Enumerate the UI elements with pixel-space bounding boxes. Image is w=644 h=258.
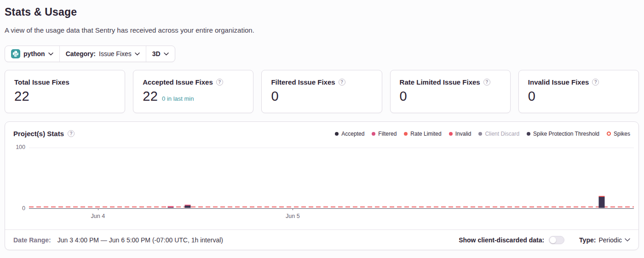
- stat-card-title: Rate Limited Issue Fixes: [400, 78, 480, 86]
- spike-protection-threshold-line: [29, 206, 634, 207]
- legend-item-spikes[interactable]: Spikes: [607, 131, 630, 137]
- python-logo-icon: [11, 49, 20, 58]
- legend-label: Invalid: [455, 131, 472, 137]
- legend-label: Accepted: [341, 131, 364, 137]
- chart-bar[interactable]: [167, 206, 173, 208]
- y-axis-tick-100: 100: [7, 144, 25, 150]
- stat-card-title: Total Issue Fixes: [14, 78, 69, 86]
- stat-card-value: 0: [528, 89, 535, 104]
- page-title: Stats & Usage: [5, 6, 639, 18]
- x-axis-label: Jun 4: [91, 213, 105, 219]
- legend-label: Rate Limited: [410, 131, 441, 137]
- legend-label: Client Discard: [485, 131, 519, 137]
- chart-bar[interactable]: [184, 205, 190, 208]
- category-filter-value: Issue Fixes: [99, 50, 132, 57]
- accepted-dot-icon: [335, 132, 339, 136]
- stat-card-total: Total Issue Fixes 22: [5, 70, 125, 113]
- stat-card-trend: 0 in last min: [162, 95, 194, 102]
- range-filter-value: 3D: [152, 50, 161, 57]
- legend-item-client-discard[interactable]: Client Discard: [478, 131, 519, 137]
- bar-segment-accepted: [167, 207, 173, 208]
- stat-card-invalid: Invalid Issue Fixes ? 0: [518, 70, 639, 113]
- stat-card-title: Accepted Issue Fixes: [143, 78, 213, 86]
- filter-bar: python Category: Issue Fixes 3D: [5, 46, 175, 62]
- client-discard-toggle-label: Show client-discarded data:: [459, 236, 544, 244]
- legend-label: Filtered: [378, 131, 397, 137]
- help-icon[interactable]: ?: [68, 130, 75, 137]
- help-icon[interactable]: ?: [483, 79, 490, 86]
- legend-item-rate-limited[interactable]: Rate Limited: [404, 131, 441, 137]
- chevron-down-icon: [164, 52, 169, 56]
- chevron-down-icon: [135, 52, 140, 56]
- category-filter-dropdown[interactable]: Category: Issue Fixes: [59, 46, 146, 62]
- stat-card-value: 22: [14, 89, 29, 104]
- chart-legend: Accepted Filtered Rate Limited Invalid C…: [335, 131, 630, 137]
- spike-threshold-dot-icon: [527, 132, 530, 136]
- stat-card-rate-limited: Rate Limited Issue Fixes ? 0: [390, 70, 511, 113]
- date-range-filter-dropdown[interactable]: 3D: [146, 46, 175, 62]
- stat-card-filtered: Filtered Issue Fixes ? 0: [261, 70, 382, 113]
- stat-card-title: Filtered Issue Fixes: [271, 78, 335, 86]
- invalid-dot-icon: [449, 132, 453, 136]
- stats-usage-page: Stats & Usage A view of the usage data t…: [0, 6, 644, 250]
- client-discard-dot-icon: [478, 132, 482, 136]
- gridline-100: [29, 148, 634, 148]
- legend-label: Spike Protection Threshold: [533, 131, 599, 137]
- filtered-dot-icon: [372, 132, 375, 136]
- spikes-ring-icon: [607, 132, 611, 136]
- legend-item-filtered[interactable]: Filtered: [372, 131, 397, 137]
- stat-card-accepted: Accepted Issue Fixes ? 22 0 in last min: [133, 70, 253, 113]
- legend-item-spike-protection-threshold[interactable]: Spike Protection Threshold: [527, 131, 599, 137]
- stat-card-value: 22: [143, 89, 158, 104]
- stat-card-title: Invalid Issue Fixes: [528, 78, 589, 86]
- category-filter-label: Category:: [66, 50, 96, 57]
- legend-item-accepted[interactable]: Accepted: [335, 131, 364, 137]
- date-range-value: Jun 3 4:00 PM — Jun 6 5:00 PM (-07:00 UT…: [58, 236, 223, 244]
- chart-panel-footer: Date Range: Jun 3 4:00 PM — Jun 6 5:00 P…: [5, 229, 638, 250]
- stat-cards-row: Total Issue Fixes 22 Accepted Issue Fixe…: [5, 70, 639, 113]
- bar-segment-accepted: [184, 206, 190, 208]
- rate-limited-dot-icon: [404, 132, 408, 136]
- x-axis-tick: [293, 208, 293, 210]
- legend-item-invalid[interactable]: Invalid: [449, 131, 472, 137]
- stat-card-value: 0: [271, 89, 278, 104]
- help-icon[interactable]: ?: [339, 79, 345, 86]
- help-icon[interactable]: ?: [216, 79, 223, 86]
- x-axis-label: Jun 5: [286, 213, 300, 219]
- bar-segment-accepted: [599, 197, 605, 208]
- type-label: Type:: [579, 236, 596, 244]
- chart-plot[interactable]: 100 0 Jun 4Jun 5: [29, 148, 634, 209]
- chart-bar[interactable]: [599, 196, 605, 208]
- project-filter-value: python: [23, 50, 45, 57]
- chevron-down-icon: [48, 52, 53, 56]
- x-axis-tick: [98, 208, 98, 210]
- help-icon[interactable]: ?: [592, 79, 599, 86]
- toggle-knob: [550, 237, 556, 243]
- chevron-down-icon: [625, 238, 630, 242]
- type-value: Periodic: [598, 236, 622, 244]
- page-subtitle: A view of the usage data that Sentry has…: [5, 26, 639, 34]
- y-axis-tick-0: 0: [7, 205, 25, 212]
- project-filter-dropdown[interactable]: python: [5, 46, 59, 62]
- chart-title: Project(s) Stats: [13, 130, 64, 138]
- type-dropdown[interactable]: Type: Periodic: [579, 236, 630, 244]
- client-discard-toggle[interactable]: [549, 236, 564, 244]
- project-stats-panel: Project(s) Stats ? Accepted Filtered Rat…: [5, 121, 639, 250]
- legend-label: Spikes: [614, 131, 630, 137]
- date-range-label: Date Range:: [13, 236, 51, 244]
- stat-card-value: 0: [400, 89, 407, 104]
